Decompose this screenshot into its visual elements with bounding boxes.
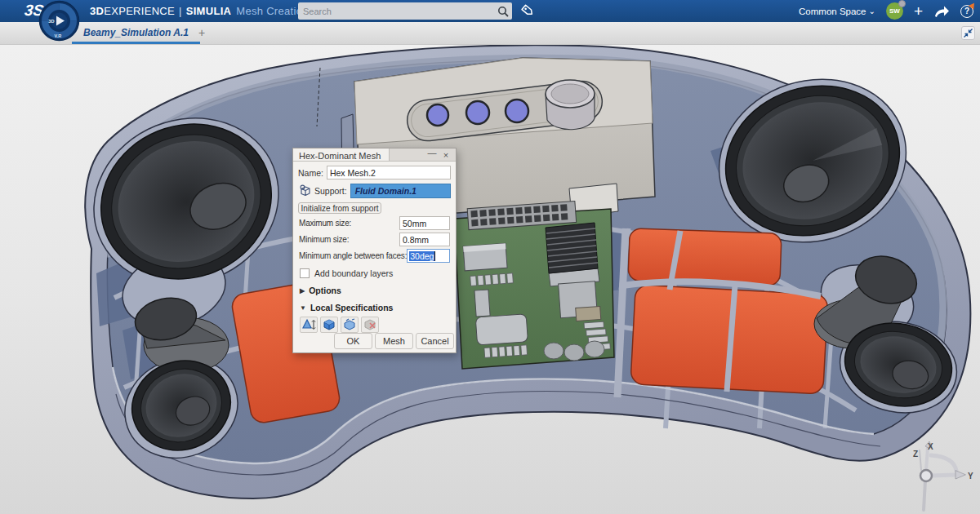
top-right-cluster: Common Space ⌄ SW + ? (799, 0, 973, 22)
search-input[interactable] (298, 7, 496, 16)
brand-app: SIMULIA (186, 5, 232, 17)
local-specifications-tools (300, 317, 450, 333)
compass-vr-label: V.R (55, 33, 62, 38)
support-label: Support: (314, 186, 347, 196)
brand-experience: EXPERIENCE (104, 5, 175, 17)
restore-viewport-icon[interactable] (961, 26, 975, 40)
search-box[interactable] (298, 2, 512, 20)
avatar-initials: SW (889, 7, 900, 15)
add-boundary-layers-label: Add boundary layers (314, 268, 393, 278)
help-button[interactable]: ? (960, 5, 973, 18)
options-label: Options (309, 286, 341, 295)
heatsink (546, 223, 599, 286)
collapsed-arrow-icon: ▶ (300, 287, 305, 295)
chevron-down-icon: ⌄ (869, 8, 875, 15)
space-selector[interactable]: Common Space ⌄ (799, 7, 875, 16)
maximum-size-field[interactable] (399, 216, 450, 230)
support-cube-icon (298, 184, 312, 197)
tag-icon[interactable] (519, 2, 537, 20)
minimum-size-field[interactable] (399, 233, 450, 246)
app-title: 3DEXPERIENCE|SIMULIAMesh Creation (90, 5, 309, 17)
dialog-title: Hex-Dominant Mesh (293, 148, 390, 161)
add-boundary-layers-checkbox[interactable] (300, 268, 310, 278)
name-field[interactable] (327, 166, 451, 179)
axis-z-label: Z (913, 450, 918, 459)
panel-knob[interactable] (546, 80, 595, 130)
viewport-3d-scene[interactable]: Z X Y (0, 45, 980, 514)
avatar-status-badge (898, 0, 906, 7)
local-cube-mesh-icon[interactable] (320, 317, 338, 333)
local-specifications-section-header[interactable]: ▼ Local Specifications (300, 303, 450, 312)
avatar[interactable]: SW (886, 2, 903, 20)
cancel-button[interactable]: Cancel (416, 333, 454, 349)
pcb-capacitors (544, 341, 604, 361)
local-mesh-size-icon[interactable] (300, 317, 318, 333)
dialog-titlebar[interactable]: Hex-Dominant Mesh — × (293, 148, 456, 162)
brand-3d: 3D (90, 5, 104, 17)
minimum-angle-field[interactable]: 30deg (407, 249, 450, 263)
minimum-angle-selected-text: 30deg (409, 251, 434, 261)
support-value[interactable]: Fluid Domain.1 (350, 184, 451, 198)
local-specifications-label: Local Specifications (310, 303, 394, 312)
search-icon[interactable] (496, 5, 512, 18)
compass-3d-label: 3D (48, 19, 55, 24)
brand-separator: | (179, 5, 182, 17)
app-window: Z X Y 3DEXPERIENCE|SIMULIAMesh Creation … (0, 0, 980, 514)
maximum-size-label: Maximum size: (299, 219, 351, 228)
ok-button[interactable]: OK (334, 333, 372, 349)
new-tab-button[interactable]: + (198, 26, 205, 39)
hex-dominant-mesh-dialog: Hex-Dominant Mesh — × Name: Support: Flu… (292, 148, 457, 353)
minimum-angle-label: Minimum angle between faces: (299, 251, 407, 260)
local-disabled-tool-icon (361, 317, 379, 333)
share-icon[interactable] (933, 5, 950, 18)
tab-beamy-simulation[interactable]: Beamy_Simulation A.1 (72, 24, 200, 44)
compass-icon[interactable]: 3D V.R (38, 0, 80, 42)
text-cursor (434, 251, 435, 261)
options-section-header[interactable]: ▶ Options (300, 286, 450, 295)
name-label: Name: (298, 168, 323, 178)
help-notification-badge (969, 1, 978, 9)
battery-right-upper[interactable] (628, 228, 782, 286)
add-content-button[interactable]: + (914, 3, 923, 19)
axis-y-label: Y (968, 472, 973, 481)
axis-x-label: X (928, 442, 933, 451)
top-bar: 3DEXPERIENCE|SIMULIAMesh Creation Common… (0, 0, 980, 22)
minimum-size-label: Minimum size: (299, 235, 349, 244)
mesh-button[interactable]: Mesh (375, 333, 413, 349)
local-imprint-icon[interactable] (341, 317, 359, 333)
space-label: Common Space (799, 7, 866, 16)
minimize-icon[interactable]: — (426, 148, 438, 157)
close-icon[interactable]: × (440, 150, 452, 160)
circuit-board[interactable] (454, 201, 614, 369)
help-icon: ? (964, 7, 969, 16)
expanded-arrow-icon: ▼ (300, 304, 306, 312)
tab-bar: Beamy_Simulation A.1 + (0, 22, 980, 45)
initialize-from-support-button[interactable]: Initialize from support (298, 202, 381, 214)
